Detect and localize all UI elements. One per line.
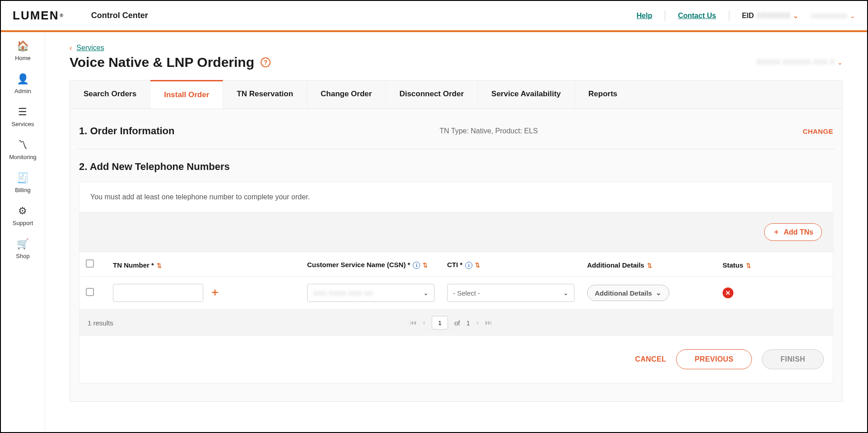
cart-icon: 🛒 [17, 238, 29, 250]
table-header-row: TN Number *⇅ Customer Service Name (CSN)… [79, 252, 833, 277]
remove-row-icon[interactable]: ✕ [723, 287, 733, 298]
tab-service-availability[interactable]: Service Availability [478, 80, 575, 108]
tab-disconnect-order[interactable]: Disconnect Order [386, 80, 478, 108]
sidebar-item-label: Admin [14, 88, 31, 94]
section1-meta: TN Type: Native, Product: ELS [439, 127, 538, 135]
breadcrumb: ‹ Services [70, 44, 843, 52]
user-icon: 👤 [17, 73, 29, 85]
page-title-bar: Voice Native & LNP Ordering ? XXXXX XXXX… [70, 55, 843, 70]
page-title: Voice Native & LNP Ordering ? [70, 55, 271, 70]
activity-icon: 〽 [18, 139, 28, 151]
home-icon: 🏠 [17, 40, 29, 52]
account-value: xxxxxxxxxx [811, 12, 847, 20]
contact-us-link[interactable]: Contact Us [678, 12, 716, 20]
additional-details-label: Additional Details [595, 289, 652, 297]
top-header: LUMEN® Control Center Help Contact Us EI… [1, 1, 867, 32]
table-row: ＋ XXX XXXX XXX XX ⌄ [79, 277, 833, 310]
divider [665, 11, 665, 21]
sidebar-item-label: Shop [16, 253, 29, 259]
add-row-icon[interactable]: ＋ [210, 286, 220, 298]
context-account-dropdown[interactable]: XXXXX XXXXXX XXX X ⌄ [756, 58, 843, 66]
change-button[interactable]: CHANGE [803, 127, 833, 135]
main-content: ‹ Services Voice Native & LNP Ordering ?… [45, 32, 867, 432]
tab-search-orders[interactable]: Search Orders [70, 80, 150, 108]
eid-value: XXXXXXX [756, 12, 790, 20]
section1-title: 1. Order Information [79, 125, 174, 137]
chevron-down-icon: ⌄ [423, 289, 429, 297]
section-add-telephone-numbers: 2. Add New Telephone Numbers You must ad… [77, 149, 835, 383]
help-icon[interactable]: ? [261, 57, 271, 67]
breadcrumb-services-link[interactable]: Services [76, 44, 104, 52]
top-header-right: Help Contact Us EID XXXXXXX ⌄ xxxxxxxxxx… [637, 11, 856, 21]
previous-button[interactable]: PREVIOUS [676, 349, 752, 369]
page-of-label: of [454, 319, 460, 327]
tab-install-order[interactable]: Install Order [150, 80, 223, 108]
sort-icon: ⇅ [157, 262, 162, 269]
additional-details-button[interactable]: Additional Details ⌄ [587, 285, 669, 301]
col-csn[interactable]: Customer Service Name (CSN) *i⇅ [301, 252, 441, 277]
divider [729, 11, 729, 21]
prev-page-icon[interactable]: ‹ [423, 319, 425, 327]
csn-select[interactable]: XXX XXXX XXX XX ⌄ [307, 284, 434, 302]
select-all-checkbox[interactable] [86, 259, 94, 268]
account-dropdown[interactable]: xxxxxxxxxx ⌄ [811, 12, 855, 20]
sidebar-item-admin[interactable]: 👤Admin [14, 73, 31, 94]
sidebar-item-monitoring[interactable]: 〽Monitoring [9, 139, 37, 160]
brand-logo[interactable]: LUMEN® [13, 9, 64, 23]
cti-placeholder: - Select - [453, 289, 480, 297]
module-tabs: Search Orders Install Order TN Reservati… [70, 80, 843, 109]
sidebar-item-label: Home [15, 55, 31, 61]
sidebar-item-support[interactable]: ⚙Support [13, 205, 33, 226]
back-chevron-icon[interactable]: ‹ [70, 44, 72, 52]
sidebar-item-billing[interactable]: 🧾Billing [15, 172, 31, 193]
context-account-text: XXXXX XXXXXX XXX X [756, 58, 835, 66]
finish-button[interactable]: FINISH [762, 349, 824, 369]
sort-icon: ⇅ [475, 262, 480, 268]
last-page-icon[interactable]: ⏭ [485, 319, 492, 327]
col-additional-details[interactable]: Additional Details⇅ [581, 252, 716, 277]
chevron-down-icon: ⌄ [563, 289, 569, 297]
footer-actions: CANCEL PREVIOUS FINISH [79, 336, 833, 383]
sort-icon: ⇅ [746, 262, 751, 269]
sidebar-item-label: Support [13, 220, 33, 226]
top-header-left: LUMEN® Control Center [13, 9, 148, 23]
help-link[interactable]: Help [637, 12, 653, 20]
app-title: Control Center [91, 11, 148, 20]
sidebar-item-services[interactable]: ☰Services [12, 106, 34, 127]
pagination-controls: ⏮ ‹ of 1 › ⏭ [410, 316, 493, 329]
page-input[interactable] [432, 316, 448, 329]
first-page-icon[interactable]: ⏮ [410, 319, 417, 327]
eid-dropdown[interactable]: EID XXXXXXX ⌄ [742, 12, 798, 20]
list-icon: ☰ [18, 106, 27, 118]
chevron-down-icon: ⌄ [850, 12, 855, 19]
sidebar-item-label: Services [12, 121, 34, 127]
cti-select[interactable]: - Select - ⌄ [447, 284, 574, 302]
add-tns-button[interactable]: ＋ Add TNs [764, 223, 822, 241]
tab-reports[interactable]: Reports [575, 80, 631, 108]
tn-toolbar: ＋ Add TNs [79, 212, 833, 252]
sort-icon: ⇅ [423, 262, 428, 268]
sidebar-item-label: Billing [15, 187, 31, 193]
tab-tn-reservation[interactable]: TN Reservation [223, 80, 307, 108]
info-icon[interactable]: i [413, 262, 420, 269]
eid-label: EID [742, 12, 754, 20]
col-cti[interactable]: CTI *i⇅ [441, 252, 581, 277]
tn-number-input[interactable] [113, 284, 203, 302]
brand-logo-text: LUMEN [13, 9, 59, 23]
col-tn-number[interactable]: TN Number *⇅ [107, 252, 301, 277]
tn-table: TN Number *⇅ Customer Service Name (CSN)… [79, 252, 833, 310]
tab-change-order[interactable]: Change Order [307, 80, 386, 108]
sidebar-item-shop[interactable]: 🛒Shop [16, 238, 29, 259]
row-checkbox[interactable] [86, 288, 94, 296]
left-sidebar: 🏠Home 👤Admin ☰Services 〽Monitoring 🧾Bill… [1, 32, 45, 432]
add-tns-label: Add TNs [784, 228, 813, 236]
install-order-panel: 1. Order Information TN Type: Native, Pr… [70, 109, 843, 402]
info-icon[interactable]: i [465, 262, 472, 269]
next-page-icon[interactable]: › [476, 319, 479, 327]
sort-icon: ⇅ [647, 262, 652, 269]
section-order-information: 1. Order Information TN Type: Native, Pr… [77, 122, 835, 149]
cancel-button[interactable]: CANCEL [635, 355, 666, 363]
col-status[interactable]: Status⇅ [716, 252, 833, 277]
document-icon: 🧾 [17, 172, 29, 184]
sidebar-item-home[interactable]: 🏠Home [15, 40, 31, 61]
